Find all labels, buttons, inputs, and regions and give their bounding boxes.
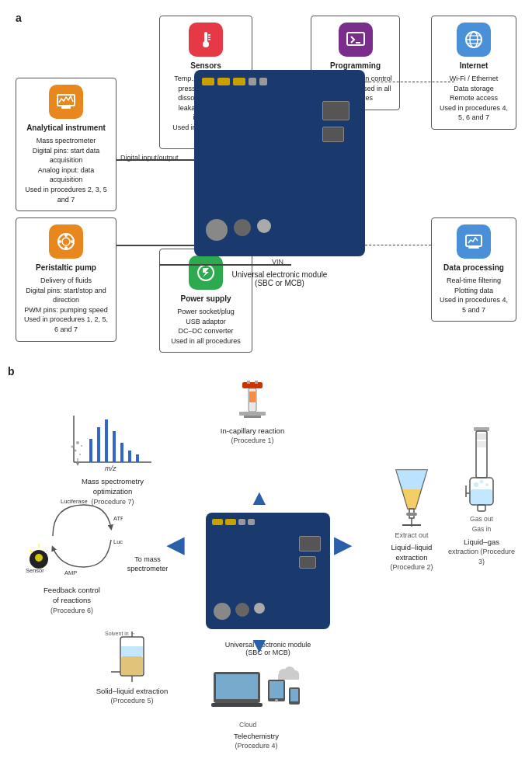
label-a: a — [16, 12, 22, 24]
arrow-up: ▲ — [249, 485, 270, 510]
svg-rect-13 — [61, 106, 71, 109]
svg-rect-85 — [89, 439, 92, 462]
svg-point-46 — [474, 482, 478, 487]
powersupply-title: Power supply — [166, 294, 245, 304]
circle-comp — [257, 219, 271, 233]
svg-point-48 — [485, 483, 489, 486]
chip — [299, 556, 316, 569]
svg-rect-52 — [216, 674, 258, 699]
svg-point-96 — [81, 445, 82, 447]
svg-marker-33 — [402, 489, 421, 509]
liquidgas-svg — [462, 427, 501, 513]
svg-text:AMP: AMP — [64, 569, 77, 576]
svg-point-20 — [71, 240, 74, 243]
liquidliquid-subtitle: (Procedure 2) — [365, 562, 458, 572]
telechemistry-item: Cloud Telechemistry (Procedure 4) — [179, 664, 334, 751]
pin — [259, 78, 267, 85]
liquidliquid-item: Extract out Liquid–liquid extraction (Pr… — [365, 466, 458, 572]
section-a: a Universal electronic module (SBC or MC… — [8, 8, 524, 342]
svg-rect-87 — [105, 419, 108, 462]
telechemistry-title: Telechemistry — [179, 731, 334, 741]
svg-point-17 — [64, 234, 68, 237]
massspec-subtitle: (Procedure 7) — [54, 497, 171, 507]
internet-title: Internet — [438, 61, 509, 71]
to-massspec-label: To mass spectrometer — [124, 555, 171, 573]
svg-rect-29 — [249, 391, 256, 402]
svg-line-79 — [30, 550, 33, 553]
svg-point-94 — [79, 454, 81, 455]
circle-comp — [206, 219, 228, 241]
svg-line-80 — [45, 550, 48, 553]
svg-text:Solvent in →: Solvent in → — [105, 631, 136, 636]
svg-rect-44 — [478, 505, 485, 511]
svg-rect-89 — [120, 443, 123, 462]
circle-comp — [214, 603, 231, 620]
feedback-title: Feedback control — [16, 585, 128, 595]
svg-point-95 — [71, 446, 74, 448]
section-b: b Universal electronic module (SBC or MC… — [8, 365, 524, 753]
chip — [322, 127, 344, 142]
massspec-svg: m/z — [66, 412, 159, 474]
incapillary-subtitle: (Procedure 1) — [202, 436, 303, 446]
pin — [212, 519, 223, 525]
liquidgas-title: Liquid–gas — [447, 537, 516, 547]
circle-comp — [235, 603, 249, 617]
central-board-b: Universal electronic module (SBC or MCB) — [206, 513, 330, 629]
internet-icon — [457, 23, 491, 57]
svg-point-19 — [58, 240, 61, 243]
dataprocessing-desc: Real-time filteringPlotting dataUsed in … — [438, 276, 509, 315]
arrow-left: ◀ — [167, 532, 184, 558]
cloud-label: Cloud — [239, 721, 334, 730]
solidliquid-svg: Solvent in → — [105, 629, 159, 684]
feedback-title2: of reactions — [16, 595, 128, 605]
svg-rect-27 — [255, 381, 258, 384]
svg-rect-64 — [121, 656, 143, 675]
feedback-svg: Luciferase ATP Luc AMP Sensor — [22, 497, 123, 583]
svg-rect-41 — [477, 433, 486, 440]
svg-point-18 — [64, 246, 68, 249]
programming-icon — [339, 23, 373, 57]
svg-point-92 — [76, 441, 79, 444]
svg-rect-88 — [113, 431, 116, 462]
svg-text:Luc: Luc — [113, 538, 123, 545]
svg-rect-31 — [244, 416, 261, 418]
central-board-a: Universal electronic module (SBC or MCB) — [194, 70, 365, 256]
svg-rect-62 — [278, 674, 299, 680]
feedback-subtitle: (Procedure 6) — [16, 606, 128, 616]
data-dashed-line — [365, 245, 431, 245]
svg-rect-23 — [468, 247, 479, 249]
telechemistry-subtitle: (Procedure 4) — [179, 741, 334, 751]
board-b-chips — [299, 536, 321, 569]
svg-rect-86 — [97, 427, 100, 462]
arrow-down: ▼ — [249, 633, 270, 658]
peristaltic-desc: Delivery of fluidsDigital pins: start/st… — [23, 276, 110, 335]
svg-point-77 — [35, 554, 43, 562]
svg-rect-91 — [136, 454, 139, 462]
peristaltic-box: Peristaltic pump Delivery of fluidsDigit… — [16, 217, 116, 342]
internet-box: Internet Wi-Fi / EthernetData storageRem… — [431, 16, 516, 130]
peristaltic-icon — [49, 224, 83, 259]
circle-comp — [254, 603, 265, 614]
board-chips — [322, 101, 349, 142]
liquidliquid-svg — [388, 466, 435, 528]
pin — [217, 78, 230, 85]
solidliquid-item: Solvent in → Solid–liquid extraction (Pr… — [85, 629, 179, 706]
massspec-title: Mass spectrometry — [54, 476, 171, 486]
svg-rect-58 — [290, 689, 298, 701]
svg-rect-45 — [471, 489, 492, 504]
svg-point-93 — [75, 450, 77, 452]
svg-point-1 — [203, 41, 209, 47]
svg-text:m/z: m/z — [105, 465, 116, 472]
circle-comp — [234, 219, 251, 236]
internet-dashed-line — [365, 82, 454, 82]
powersupply-desc: Power socket/plugUSB adaptorDC–DC conver… — [166, 307, 245, 346]
pin — [238, 519, 245, 525]
board-circles — [206, 219, 271, 241]
arrow-right: ▶ — [334, 532, 351, 558]
vin-label: VIN — [272, 258, 283, 266]
board-b-circles — [214, 603, 265, 620]
svg-rect-53 — [211, 703, 263, 707]
board-label-a: Universal electronic module (SBC or MCB) — [232, 270, 328, 287]
liquidgas-subtitle: extraction (Procedure 3) — [447, 547, 516, 566]
pin — [233, 78, 245, 85]
